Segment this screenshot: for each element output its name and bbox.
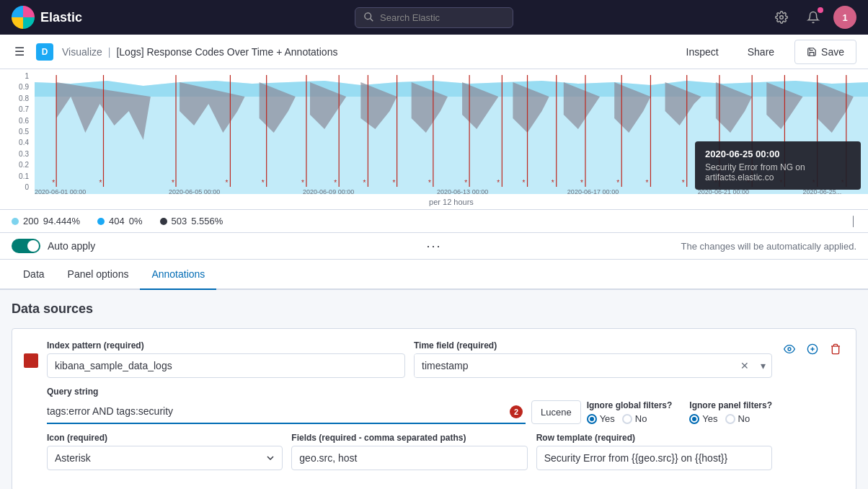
hamburger-menu[interactable]: ☰: [12, 42, 27, 61]
query-error-badge: 2: [510, 405, 523, 418]
search-placeholder: Search Elastic: [380, 12, 440, 23]
svg-text:*: *: [714, 179, 717, 187]
svg-text:2020-06-01 00:00: 2020-06-01 00:00: [35, 188, 86, 194]
main-content: Data sources Index pattern (required) Ti…: [0, 290, 868, 489]
svg-text:*: *: [225, 179, 228, 187]
time-field-label: Time field (required): [414, 340, 772, 351]
svg-text:*: *: [497, 179, 500, 187]
ignore-panel-filters-radio: Yes No: [689, 413, 772, 424]
fields-input[interactable]: [291, 446, 527, 470]
index-pattern-input[interactable]: [47, 353, 405, 378]
svg-text:2020-06-21 00:00: 2020-06-21 00:00: [698, 188, 749, 194]
ignore-global-no-label[interactable]: No: [622, 413, 647, 424]
legend-item-503: 503 5.556%: [160, 216, 223, 226]
ignore-global-no-radio[interactable]: [622, 414, 632, 424]
breadcrumb-parent[interactable]: Visualize: [62, 46, 102, 58]
view-icon[interactable]: [781, 340, 798, 361]
tab-panel-options[interactable]: Panel options: [56, 260, 141, 290]
time-field-group: Time field (required) ✕ ▾: [414, 340, 772, 378]
tab-annotations[interactable]: Annotations: [140, 260, 216, 290]
ignore-panel-no-radio[interactable]: [725, 414, 735, 424]
notification-badge: [818, 7, 823, 13]
svg-text:2020-06-13 00:00: 2020-06-13 00:00: [437, 188, 488, 194]
query-row: 2 Lucene Ignore global filters? Yes: [47, 400, 772, 424]
query-string-input[interactable]: [47, 400, 526, 424]
chart-container: 10.90.80.70.60.50.40.30.20.10: [0, 69, 868, 210]
expand-time-field-button[interactable]: ▾: [755, 354, 771, 377]
card-actions: [781, 340, 844, 361]
svg-text:2020-06-09 00:00: 2020-06-09 00:00: [303, 188, 354, 194]
tabs-row: Data Panel options Annotations: [0, 260, 868, 290]
ignore-panel-no-label[interactable]: No: [725, 413, 750, 424]
svg-text:*: *: [428, 179, 431, 187]
yes-label-1: Yes: [600, 413, 615, 424]
svg-text:2020-06-17 00:00: 2020-06-17 00:00: [567, 188, 619, 194]
legend-label-404: 404: [109, 216, 125, 226]
breadcrumb-separator: |: [108, 46, 111, 58]
svg-text:2020-06-25...: 2020-06-25...: [803, 188, 842, 194]
inspect-button[interactable]: Inspect: [678, 40, 727, 63]
brand-name: Elastic: [40, 10, 82, 25]
delete-icon[interactable]: [827, 340, 844, 361]
icon-select[interactable]: Asterisk: [47, 446, 283, 470]
annotation-color-indicator[interactable]: [24, 353, 38, 368]
search-icon: [364, 12, 374, 22]
nav-actions: Inspect Share Save: [678, 40, 856, 64]
legend-dot-404: [97, 218, 105, 225]
index-pattern-group: Index pattern (required): [47, 340, 405, 378]
row-template-input[interactable]: [536, 446, 772, 470]
svg-text:*: *: [334, 179, 337, 187]
time-field-input[interactable]: [415, 354, 735, 377]
auto-apply-label: Auto apply: [48, 240, 95, 252]
card-field-group: Index pattern (required) Time field (req…: [47, 340, 772, 470]
row-template-label: Row template (required): [536, 433, 772, 443]
legend-bar: 200 94.444% 404 0% 503 5.556% │: [0, 210, 868, 233]
legend-label-200: 200: [23, 216, 39, 226]
ignore-global-yes-label[interactable]: Yes: [587, 413, 615, 424]
nav-icons: 1: [770, 6, 856, 29]
bottom-form-grid: Icon (required) Asterisk Fields (require…: [47, 433, 772, 470]
elastic-logo[interactable]: Elastic: [12, 6, 82, 29]
lucene-button[interactable]: Lucene: [531, 400, 581, 424]
yes-label-2: Yes: [702, 413, 717, 424]
svg-point-2: [780, 16, 784, 19]
logo-icon: [12, 6, 35, 29]
global-search[interactable]: Search Elastic: [355, 7, 513, 28]
save-button[interactable]: Save: [794, 40, 856, 64]
ignore-panel-yes-radio[interactable]: [689, 414, 699, 424]
svg-text:*: *: [363, 179, 366, 187]
svg-text:*: *: [172, 179, 174, 187]
more-options-button[interactable]: ···: [426, 239, 441, 254]
svg-text:*: *: [580, 179, 583, 187]
svg-text:*: *: [682, 179, 685, 187]
d-badge: D: [36, 43, 53, 61]
legend-value-404: 0%: [129, 216, 143, 226]
save-label: Save: [821, 46, 844, 58]
legend-item-200: 200 94.444%: [12, 216, 80, 226]
breadcrumb: Visualize | [Logs] Response Codes Over T…: [62, 46, 337, 58]
ignore-panel-filters-label: Ignore panel filters?: [689, 400, 772, 410]
user-avatar[interactable]: 1: [833, 6, 856, 29]
svg-text:*: *: [464, 179, 467, 187]
data-sources-title: Data sources: [12, 301, 856, 317]
settings-icon-btn[interactable]: [770, 6, 793, 29]
notifications-icon-btn[interactable]: [802, 6, 825, 29]
clear-time-field-button[interactable]: ✕: [735, 354, 755, 377]
svg-text:*: *: [779, 179, 782, 187]
filter-options: Ignore global filters? Yes No: [587, 400, 772, 424]
share-button[interactable]: Share: [739, 40, 783, 63]
svg-text:*: *: [52, 179, 55, 187]
icon-group: Icon (required) Asterisk: [47, 433, 283, 470]
svg-line-1: [371, 19, 373, 22]
add-icon[interactable]: [804, 340, 821, 361]
tab-data[interactable]: Data: [12, 260, 56, 290]
ignore-global-yes-radio[interactable]: [587, 414, 597, 424]
auto-apply-switch[interactable]: [12, 239, 40, 253]
svg-point-72: [788, 348, 791, 351]
svg-text:*: *: [841, 179, 844, 187]
ignore-panel-yes-label[interactable]: Yes: [689, 413, 717, 424]
ignore-global-filters-group: Ignore global filters? Yes No: [587, 400, 673, 424]
svg-text:*: *: [747, 179, 750, 187]
ignore-global-filters-radio: Yes No: [587, 413, 673, 424]
top-navigation: Elastic Search Elastic 1: [0, 0, 868, 35]
